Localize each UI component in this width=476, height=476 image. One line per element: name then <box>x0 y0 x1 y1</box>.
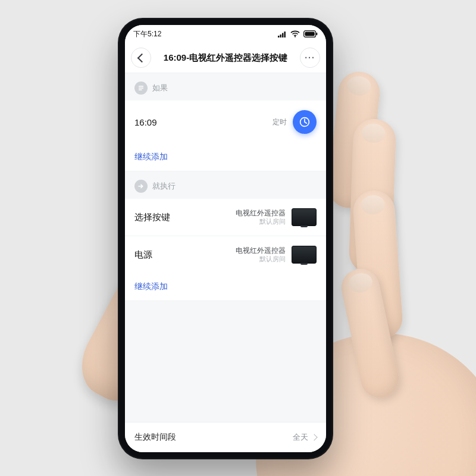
action-device-info: 电视红外遥控器 默认房间 <box>236 209 286 226</box>
status-bar: 下午5:12 <box>125 25 326 43</box>
trigger-row-time[interactable]: 16:09 定时 <box>125 101 326 143</box>
hand-finger-pinky <box>338 265 402 401</box>
tv-icon <box>292 246 317 264</box>
svg-rect-2 <box>282 33 283 37</box>
action-device-room: 默认房间 <box>236 255 286 263</box>
chevron-left-icon <box>137 53 147 62</box>
action-name: 选择按键 <box>134 212 170 223</box>
if-icon <box>134 82 148 95</box>
action-device-name: 电视红外遥控器 <box>236 246 286 255</box>
back-button[interactable] <box>131 48 151 68</box>
more-button[interactable]: ··· <box>300 48 320 68</box>
if-section-label: 如果 <box>152 83 168 93</box>
svg-rect-3 <box>284 32 286 37</box>
svg-rect-7 <box>305 32 314 36</box>
effective-period-row[interactable]: 生效时间段 全天 <box>125 422 326 452</box>
svg-rect-6 <box>316 33 317 35</box>
trigger-time-value: 16:09 <box>134 117 157 127</box>
nav-header: 16:09-电视红外遥控器选择按键 ··· <box>125 43 326 73</box>
action-name: 电源 <box>134 249 152 261</box>
action-row-power[interactable]: 电源 电视红外遥控器 默认房间 <box>125 236 326 273</box>
hand-finger-middle <box>348 118 396 274</box>
action-device-info: 电视红外遥控器 默认房间 <box>236 246 286 263</box>
phone-frame: 下午5:12 16:09-电视红外遥控器选择按键 ··· <box>118 18 333 459</box>
status-time: 下午5:12 <box>133 29 161 39</box>
clock-icon <box>293 110 317 134</box>
battery-icon <box>303 30 318 37</box>
signal-icon <box>278 31 287 37</box>
svg-rect-1 <box>280 35 281 37</box>
hand-finger-index <box>326 70 382 210</box>
effective-period-value: 全天 <box>293 432 308 443</box>
wifi-icon <box>290 30 300 37</box>
effective-period-label: 生效时间段 <box>134 432 176 443</box>
hand-finger-ring <box>352 189 403 340</box>
chevron-right-icon <box>311 434 317 440</box>
tv-icon <box>292 208 317 226</box>
action-device-name: 电视红外遥控器 <box>236 209 286 217</box>
spacer <box>125 301 326 422</box>
svg-point-4 <box>295 36 296 37</box>
action-row-select-key[interactable]: 选择按键 电视红外遥控器 默认房间 <box>125 199 326 236</box>
phone-screen: 下午5:12 16:09-电视红外遥控器选择按键 ··· <box>125 25 326 452</box>
if-section-header: 如果 <box>125 73 326 101</box>
svg-rect-0 <box>278 36 279 37</box>
then-section-header: 就执行 <box>125 171 326 199</box>
page-title: 16:09-电视红外遥控器选择按键 <box>164 52 287 64</box>
then-section-label: 就执行 <box>152 181 176 192</box>
then-add-more[interactable]: 继续添加 <box>125 273 326 301</box>
action-device-room: 默认房间 <box>236 218 286 226</box>
then-icon <box>134 180 148 193</box>
if-card: 16:09 定时 <box>125 101 326 143</box>
then-card: 选择按键 电视红外遥控器 默认房间 电源 电视红外遥控器 默认房间 <box>125 199 326 273</box>
if-add-more[interactable]: 继续添加 <box>125 143 326 171</box>
trigger-type-label: 定时 <box>273 117 287 127</box>
